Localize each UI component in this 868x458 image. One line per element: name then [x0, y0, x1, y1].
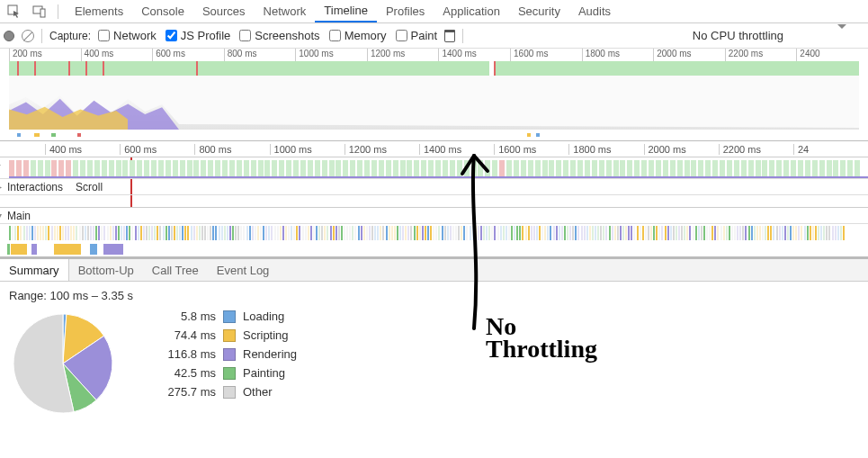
tab-network[interactable]: Network — [255, 0, 316, 22]
expand-handle-icon[interactable]: ▸ — [0, 182, 2, 192]
tab-sources[interactable]: Sources — [193, 0, 255, 22]
overview-network-bars — [9, 131, 859, 139]
tab-timeline[interactable]: Timeline — [315, 0, 377, 22]
tab-elements[interactable]: Elements — [66, 0, 132, 22]
legend-other: 275.7 msOther — [153, 385, 297, 399]
range-text: Range: 100 ms – 3.35 s — [9, 289, 859, 302]
legend-loading: 5.8 msLoading — [153, 310, 297, 323]
tab-security[interactable]: Security — [509, 0, 569, 22]
separator — [462, 29, 463, 43]
capture-screenshots[interactable]: Screenshots — [239, 29, 319, 42]
main-thread-subtrack[interactable] — [0, 242, 868, 258]
separator — [41, 29, 42, 43]
tab-application[interactable]: Application — [434, 0, 509, 22]
capture-label: Capture: — [49, 30, 91, 42]
overview-flame[interactable] — [9, 76, 859, 130]
summary-tab-summary[interactable]: Summary — [0, 259, 69, 281]
legend-scripting: 74.4 msScripting — [153, 328, 297, 342]
main-thread-track[interactable] — [0, 224, 868, 242]
main-row-header[interactable]: ▾ Main — [0, 208, 868, 224]
summary-tab-bottom-up[interactable]: Bottom-Up — [69, 259, 143, 281]
frames-track[interactable]: ▸ — [0, 157, 868, 179]
tab-profiles[interactable]: Profiles — [377, 0, 434, 22]
separator — [58, 4, 58, 19]
summary-tab-event-log[interactable]: Event Log — [208, 259, 279, 281]
tab-audits[interactable]: Audits — [569, 0, 620, 22]
summary-tab-call-tree[interactable]: Call Tree — [143, 259, 208, 281]
throttle-select[interactable]: No CPU throttling — [693, 29, 783, 42]
main-label: Main — [7, 210, 31, 222]
svg-rect-2 — [40, 9, 45, 17]
expand-handle-icon[interactable]: ▸ — [0, 159, 1, 169]
collapse-handle-icon[interactable]: ▾ — [0, 211, 2, 220]
interactions-row[interactable]: ▸ Interactions Scroll — [0, 179, 868, 195]
clear-button[interactable] — [22, 30, 34, 42]
detail-time-ruler[interactable]: 400 ms600 ms800 ms1000 ms1200 ms1400 ms1… — [0, 141, 868, 157]
overview-cpu-strip[interactable] — [9, 61, 859, 76]
inspect-icon[interactable] — [4, 1, 25, 22]
capture-network[interactable]: Network — [98, 29, 157, 42]
capture-memory[interactable]: Memory — [329, 29, 387, 42]
tab-console[interactable]: Console — [132, 0, 193, 22]
device-toggle-icon[interactable] — [29, 1, 50, 22]
summary-pie-chart — [9, 310, 117, 418]
scroll-label: Scroll — [76, 181, 103, 193]
legend-painting: 42.5 msPainting — [153, 366, 297, 380]
overview-time-ruler[interactable]: 200 ms400 ms600 ms800 ms1000 ms1200 ms14… — [0, 49, 868, 61]
legend-rendering: 116.8 msRendering — [153, 347, 297, 361]
chevron-down-icon[interactable] — [837, 29, 846, 42]
capture-js-profile[interactable]: JS Profile — [166, 29, 231, 42]
capture-paint[interactable]: Paint — [396, 29, 438, 42]
annotation-text: NoThrottling — [486, 315, 597, 360]
interactions-label: Interactions — [7, 181, 63, 193]
record-button[interactable] — [4, 31, 14, 41]
trash-button[interactable] — [444, 30, 455, 42]
